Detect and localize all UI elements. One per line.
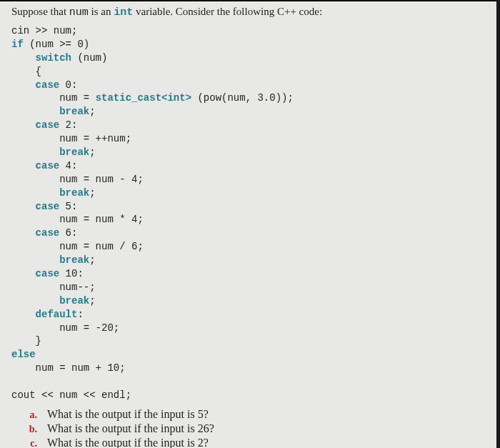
prompt-type: int xyxy=(114,6,133,19)
document-page: Suppose that num is an int variable. Con… xyxy=(0,0,496,448)
prompt-var: num xyxy=(69,6,89,19)
prompt-text: variable. Consider the following C++ cod… xyxy=(133,6,322,17)
question-prompt: Suppose that num is an int variable. Con… xyxy=(11,6,489,19)
question-label: b. xyxy=(11,424,47,435)
prompt-text: is an xyxy=(89,6,114,17)
question-text: What is the output if the input is 2? xyxy=(47,437,489,448)
code-block: cin >> num; if (num >= 0) switch (num) {… xyxy=(11,24,489,402)
prompt-text: Suppose that xyxy=(11,6,69,17)
question-list: a. What is the output if the input is 5?… xyxy=(11,408,489,448)
question-item: a. What is the output if the input is 5? xyxy=(11,408,489,421)
question-text: What is the output if the input is 5? xyxy=(47,408,489,421)
question-label: c. xyxy=(11,438,47,448)
question-item: c. What is the output if the input is 2? xyxy=(11,437,489,448)
question-text: What is the output if the input is 26? xyxy=(47,422,489,435)
question-label: a. xyxy=(11,409,47,421)
question-item: b. What is the output if the input is 26… xyxy=(11,422,489,435)
